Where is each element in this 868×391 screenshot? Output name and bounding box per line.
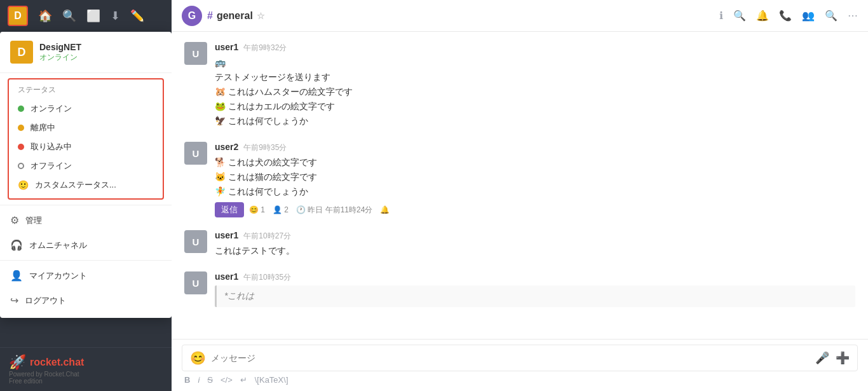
reply-button[interactable]: 返信	[215, 202, 244, 217]
menu-omnichannel[interactable]: 🎧 オムニチャネル	[0, 233, 172, 257]
msg-content: user2 午前9時35分 🐕 これは犬の絵文字です 🐱 これは猫の絵文字です …	[215, 142, 855, 217]
user-dropdown: D DesigNET オンライン ステータス オンライン 離席中 取り込み中	[0, 32, 172, 318]
emoji-picker-button[interactable]: 😊	[190, 350, 206, 366]
compose-area: 😊 🎤 ➕ B i S </> ↵ \[KaTeX\]	[172, 339, 868, 391]
status-online-item[interactable]: オンライン	[9, 99, 163, 118]
menu-logout[interactable]: ↪ ログアウト	[0, 288, 172, 313]
inbox-icon[interactable]: ⬜	[86, 9, 100, 23]
star-button[interactable]: ☆	[257, 11, 265, 21]
search-icon[interactable]: 🔍	[62, 9, 76, 23]
omnichannel-icon: 🎧	[10, 239, 23, 251]
katex-button[interactable]: \[KaTeX\]	[255, 375, 288, 385]
avatar: U	[184, 142, 207, 165]
search2-icon[interactable]: 🔍	[825, 10, 837, 22]
msg-line: 🧚 これは何でしょうか	[215, 185, 855, 198]
status-busy-label: 取り込み中	[31, 141, 72, 153]
home-icon[interactable]: 🏠	[38, 9, 52, 23]
dropdown-username: DesigNET	[39, 42, 81, 52]
message-input[interactable]	[211, 353, 810, 363]
menu-admin[interactable]: ⚙ 管理	[0, 208, 172, 233]
dropdown-avatar: D	[10, 41, 33, 64]
kebab-icon[interactable]: ⋯	[848, 10, 858, 22]
channel-name: # general ☆	[207, 10, 265, 22]
msg-reactions: 返信 😊 1 👤 2 🕐 昨日 午前11時24分 🔔	[215, 202, 855, 217]
add-button[interactable]: ➕	[836, 351, 850, 365]
msg-username: user2	[215, 142, 238, 152]
compose-icon[interactable]: ✏️	[130, 9, 144, 23]
bell-reaction[interactable]: 🔔	[380, 205, 390, 214]
msg-line: 🐸 これはカエルの絵文字です	[215, 100, 855, 113]
sidebar: D 🏠 🔍 ⬜ ⬇ ✏️ D DesigNET オンライン ステータス オンライ…	[0, 0, 172, 391]
phone-icon[interactable]: 📞	[779, 10, 792, 22]
away-dot	[18, 125, 24, 131]
avatar: U	[184, 271, 207, 294]
hash-symbol: #	[207, 10, 213, 22]
quote-button[interactable]: ↵	[240, 375, 247, 385]
channel-name-text: general	[217, 10, 253, 22]
msg-line: 🐱 これは猫の絵文字です	[215, 170, 855, 184]
code-button[interactable]: </>	[220, 375, 233, 385]
quoted-message: *これは	[215, 285, 855, 307]
compose-right-buttons: 🎤 ➕	[815, 351, 850, 365]
search-header-icon[interactable]: 🔍	[733, 10, 746, 22]
msg-username: user1	[215, 230, 238, 240]
logout-icon: ↪	[10, 294, 18, 306]
status-offline-item[interactable]: オフライン	[9, 156, 163, 175]
bold-button[interactable]: B	[184, 375, 190, 385]
main-content: G # general ☆ ℹ 🔍 🔔 📞 👥 🔍 ⋯ U user1 午	[172, 0, 868, 391]
msg-content: user1 午前10時35分 *これは	[215, 271, 855, 307]
sidebar-toolbar: 🏠 🔍 ⬜ ⬇ ✏️	[38, 9, 144, 23]
menu-myaccount-label: マイアカウント	[29, 270, 87, 282]
msg-time: 午前9時32分	[243, 43, 287, 53]
reaction-meta: 😊 1 👤 2 🕐 昨日 午前11時24分 🔔	[249, 205, 390, 216]
strikethrough-button[interactable]: S	[207, 375, 213, 385]
emoji-reaction[interactable]: 😊 1	[249, 205, 265, 214]
status-away-label: 離席中	[31, 122, 55, 134]
msg-header: user1 午前10時27分	[215, 230, 855, 242]
channel-header-right: ℹ 🔍 🔔 📞 👥 🔍 ⋯	[719, 10, 858, 22]
msg-time: 午前10時27分	[243, 231, 291, 242]
msg-line: テストメッセージを送ります	[215, 71, 855, 84]
bell-header-icon[interactable]: 🔔	[756, 10, 769, 22]
avatar: U	[184, 42, 207, 65]
info-icon[interactable]: ℹ	[719, 10, 723, 22]
msg-line: 🚌	[215, 56, 855, 69]
compose-toolbar: B i S </> ↵ \[KaTeX\]	[182, 371, 858, 386]
menu-logout-label: ログアウト	[25, 295, 66, 306]
dropdown-status-text: オンライン	[39, 52, 81, 63]
custom-status-icon: 🙂	[18, 180, 29, 190]
avatar: U	[184, 230, 207, 253]
messages-area[interactable]: U user1 午前9時32分 🚌 テストメッセージを送ります 🐹 これはハムス…	[172, 32, 868, 339]
channel-header: G # general ☆ ℹ 🔍 🔔 📞 👥 🔍 ⋯	[172, 0, 868, 32]
status-custom-label: カスタムステータス...	[35, 179, 116, 191]
msg-content: user1 午前10時27分 これはテストです。	[215, 230, 855, 259]
sidebar-topbar: D 🏠 🔍 ⬜ ⬇ ✏️	[0, 0, 172, 32]
status-section: ステータス オンライン 離席中 取り込み中 オフライン 🙂 カスタムステータス.…	[8, 78, 164, 200]
status-offline-label: オフライン	[31, 160, 72, 172]
message-group: U user1 午前9時32分 🚌 テストメッセージを送ります 🐹 これはハムス…	[184, 42, 855, 129]
menu-omnichannel-label: オムニチャネル	[29, 240, 87, 251]
status-online-label: オンライン	[31, 103, 72, 114]
sidebar-footer: 🚀 rocket.chat Powered by Rocket.Chat Fre…	[0, 347, 172, 391]
members-icon[interactable]: 👥	[802, 10, 815, 22]
status-busy-item[interactable]: 取り込み中	[9, 137, 163, 156]
mic-button[interactable]: 🎤	[815, 351, 829, 365]
status-away-item[interactable]: 離席中	[9, 118, 163, 137]
status-custom-item[interactable]: 🙂 カスタムステータス...	[9, 175, 163, 195]
user-avatar-button[interactable]: D	[8, 6, 28, 26]
edition-text: Free edition	[9, 378, 163, 385]
italic-button[interactable]: i	[198, 375, 200, 385]
offline-dot	[18, 163, 24, 169]
msg-header: user2 午前9時35分	[215, 142, 855, 153]
msg-line: これはテストです。	[215, 244, 855, 257]
online-dot	[18, 106, 24, 112]
msg-line: 🦅 これは何でしょうか	[215, 114, 855, 128]
admin-icon: ⚙	[10, 214, 19, 226]
status-section-label: ステータス	[9, 83, 163, 99]
menu-myaccount[interactable]: 👤 マイアカウント	[0, 263, 172, 288]
menu-admin-label: 管理	[25, 215, 42, 226]
sort-icon[interactable]: ⬇	[111, 9, 120, 23]
user-reaction[interactable]: 👤 2	[273, 205, 288, 214]
message-group: U user1 午前10時27分 これはテストです。	[184, 230, 855, 259]
dropdown-user-info: DesigNET オンライン	[39, 42, 81, 63]
